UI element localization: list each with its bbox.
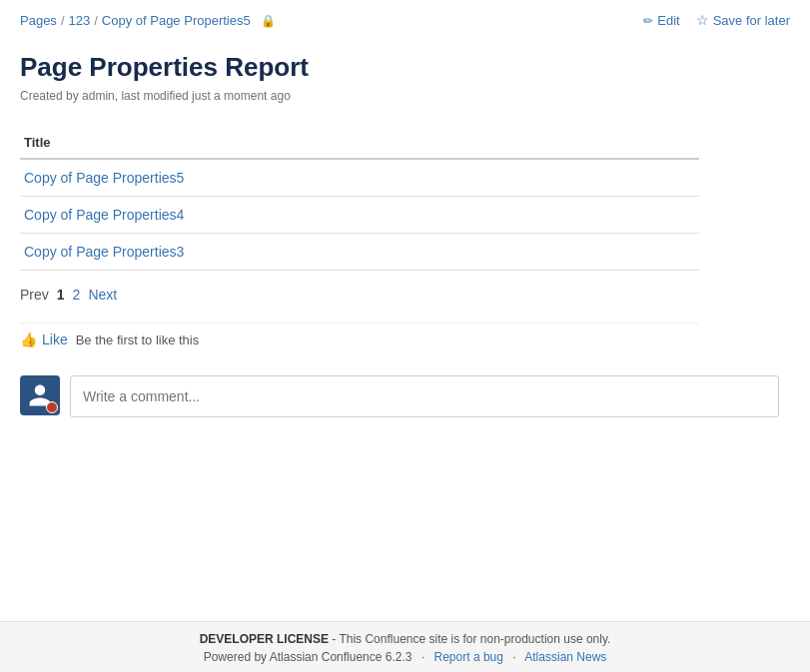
like-button[interactable]: Like bbox=[20, 332, 68, 347]
comment-section bbox=[20, 375, 779, 417]
table-row-link-2[interactable]: Copy of Page Properties3 bbox=[24, 244, 184, 260]
prev-label: Prev bbox=[20, 287, 49, 303]
comment-input[interactable] bbox=[70, 375, 779, 417]
breadcrumb-sep1: / bbox=[61, 13, 65, 28]
page-1[interactable]: 1 bbox=[57, 287, 65, 303]
table-row: Copy of Page Properties3 bbox=[20, 234, 699, 271]
breadcrumb-current[interactable]: Copy of Page Properties5 bbox=[102, 13, 251, 28]
breadcrumb-pages[interactable]: Pages bbox=[20, 13, 57, 28]
page-title-section: Page Properties Report Created by admin,… bbox=[0, 36, 810, 107]
like-section: Like Be the first to like this bbox=[20, 323, 699, 355]
breadcrumb-sep2: / bbox=[94, 13, 98, 28]
admin-badge bbox=[46, 401, 58, 413]
report-table: Title Copy of Page Properties5Copy of Pa… bbox=[20, 127, 699, 271]
page-meta: Created by admin, last modified just a m… bbox=[20, 89, 790, 103]
save-for-later-button[interactable]: Save for later bbox=[696, 12, 790, 28]
like-description: Be the first to like this bbox=[76, 333, 200, 347]
table-row-link-1[interactable]: Copy of Page Properties4 bbox=[24, 207, 184, 223]
next-link[interactable]: Next bbox=[88, 287, 117, 303]
avatar bbox=[20, 375, 60, 415]
table-row: Copy of Page Properties5 bbox=[20, 159, 699, 197]
breadcrumb: Pages / 123 / Copy of Page Properties5 bbox=[20, 13, 276, 28]
like-label: Like bbox=[42, 332, 68, 347]
page-2[interactable]: 2 bbox=[73, 287, 81, 303]
breadcrumb-parent[interactable]: 123 bbox=[69, 13, 91, 28]
thumbs-up-icon bbox=[20, 332, 37, 347]
table-header-title: Title bbox=[20, 127, 699, 159]
pagination: Prev 1 2 Next bbox=[20, 287, 790, 303]
lock-icon bbox=[261, 13, 276, 28]
table-row: Copy of Page Properties4 bbox=[20, 197, 699, 234]
page-title: Page Properties Report bbox=[20, 52, 790, 83]
header-actions: Edit Save for later bbox=[643, 12, 790, 28]
pencil-icon bbox=[643, 13, 653, 28]
star-icon bbox=[696, 12, 709, 28]
edit-button[interactable]: Edit bbox=[643, 13, 679, 28]
main-content: Title Copy of Page Properties5Copy of Pa… bbox=[0, 107, 810, 437]
table-row-link-0[interactable]: Copy of Page Properties5 bbox=[24, 170, 184, 186]
